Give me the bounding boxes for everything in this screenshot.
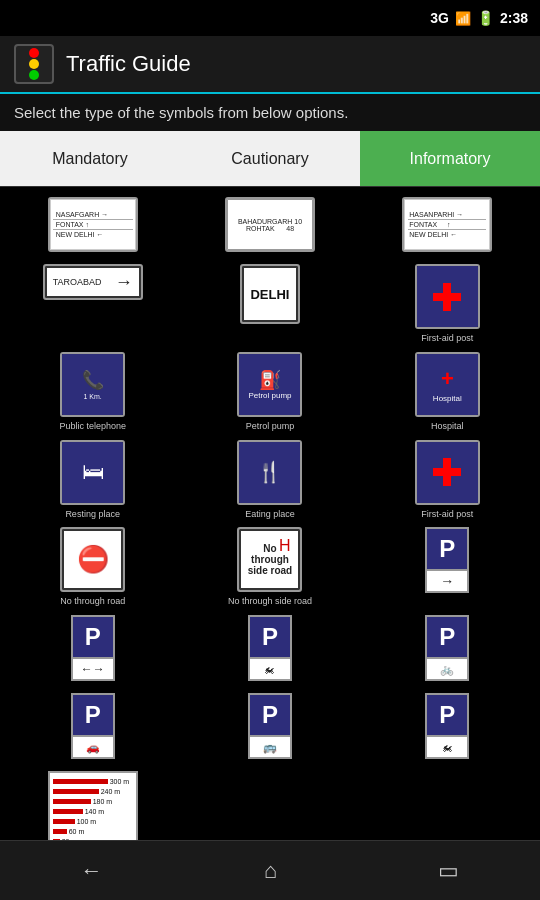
list-item[interactable]: BAHADURGARH 10 ROHTAK 48 [225, 197, 315, 256]
sign-label: First-aid post [421, 333, 473, 344]
list-item[interactable]: DELHI [240, 264, 300, 344]
sign-no-through[interactable]: ⛔ [60, 527, 125, 592]
parking-p-box-7: P [425, 693, 469, 737]
sign-eating[interactable]: 🍴 [237, 440, 302, 505]
battery-icon: 🔋 [477, 10, 494, 26]
sign-distance-chart[interactable]: 300 m 240 m 180 m 140 m 100 m 60 m 30 m [48, 771, 138, 841]
parking-moto3-sub: 🏍 [425, 737, 469, 759]
list-item[interactable]: P 🏍 [425, 693, 469, 763]
sign-hospital[interactable]: + Hospital [415, 352, 480, 417]
parking-p-box-3: P [248, 615, 292, 659]
sign-no-side-road[interactable]: No through side road H [237, 527, 302, 592]
sign-label: No through road [60, 596, 125, 607]
signal-type: 3G [430, 10, 449, 26]
traffic-yellow [29, 59, 39, 69]
sign-label: First-aid post [421, 509, 473, 520]
bottom-nav: ← ⌂ ▭ [0, 840, 540, 900]
parking-car-sub: 🚗 [71, 737, 115, 759]
list-item[interactable]: First-aid post [415, 440, 480, 520]
list-item[interactable]: P → [425, 527, 469, 607]
list-item[interactable]: P ←→ [71, 615, 115, 685]
parking-p-box: P [425, 527, 469, 571]
sign-parking-moto[interactable]: P ←→ [71, 615, 115, 681]
sign-label: No through side road [228, 596, 312, 607]
sign-bahadurgarh[interactable]: BAHADURGARH 10 ROHTAK 48 [225, 197, 315, 252]
parking-p-box-6: P [248, 693, 292, 737]
cross-icon-2 [433, 458, 461, 486]
home-button[interactable]: ⌂ [244, 850, 297, 892]
list-item[interactable]: 300 m 240 m 180 m 140 m 100 m 60 m 30 m [48, 771, 138, 841]
sign-label: Eating place [245, 509, 295, 520]
app-title: Traffic Guide [66, 51, 191, 77]
recent-button[interactable]: ▭ [418, 850, 479, 892]
tab-mandatory[interactable]: Mandatory [0, 131, 180, 186]
sign-multi-dir[interactable]: HASANPARHI → FONTAX ↑ NEW DELHI ← [402, 197, 492, 252]
list-item[interactable]: TAROABAD → [43, 264, 143, 344]
list-item[interactable]: 📞 1 Km. Public telephone [59, 352, 126, 432]
list-item[interactable]: HASANPARHI → FONTAX ↑ NEW DELHI ← [402, 197, 492, 256]
parking-p-box-4: P [425, 615, 469, 659]
sign-petrol[interactable]: ⛽ Petrol pump [237, 352, 302, 417]
sign-delhi[interactable]: DELHI [240, 264, 300, 324]
list-item[interactable]: First-aid post [415, 264, 480, 344]
list-item[interactable]: + Hospital Hospital [415, 352, 480, 432]
back-button[interactable]: ← [61, 850, 123, 892]
sign-label: Resting place [65, 509, 120, 520]
content-area: NASAFGARH → FONTAX ↑ NEW DELHI ← BAHADUR… [0, 187, 540, 841]
list-item[interactable]: 🍴 Eating place [237, 440, 302, 520]
sign-first-aid-1[interactable] [415, 264, 480, 329]
parking-cycle-sub: 🚲 [425, 659, 469, 681]
app-icon [14, 44, 54, 84]
signs-grid: NASAFGARH → FONTAX ↑ NEW DELHI ← BAHADUR… [6, 197, 534, 841]
sign-label: Hospital [431, 421, 464, 432]
parking-bus-sub: 🚌 [248, 737, 292, 759]
sign-parking-moto2[interactable]: P 🏍 [248, 615, 292, 681]
sign-resting[interactable]: 🛏 [60, 440, 125, 505]
parking-p-box-5: P [71, 693, 115, 737]
sign-parking-cycle[interactable]: P 🚲 [425, 615, 469, 681]
parking-p-box-2: P [71, 615, 115, 659]
sign-direction-multi[interactable]: NASAFGARH → FONTAX ↑ NEW DELHI ← [48, 197, 138, 252]
signal-bars-icon: 📶 [455, 11, 471, 26]
sign-label: Public telephone [59, 421, 126, 432]
sign-parking-bus[interactable]: P 🚌 [248, 693, 292, 759]
cross-icon [433, 283, 461, 311]
list-item[interactable]: P 🚲 [425, 615, 469, 685]
sign-taroabad[interactable]: TAROABAD → [43, 264, 143, 300]
sign-label: Petrol pump [246, 421, 295, 432]
tab-cautionary[interactable]: Cautionary [180, 131, 360, 186]
tab-informatory[interactable]: Informatory [360, 131, 540, 186]
sign-parking-moto3[interactable]: P 🏍 [425, 693, 469, 759]
sign-parking-car[interactable]: P 🚗 [71, 693, 115, 759]
list-item[interactable]: No through side road H No through side r… [228, 527, 312, 607]
list-item[interactable]: ⛽ Petrol pump Petrol pump [237, 352, 302, 432]
subtitle: Select the type of the symbols from belo… [0, 94, 540, 131]
status-icons: 3G 📶 🔋 2:38 [430, 10, 528, 26]
sign-parking-right[interactable]: P → [425, 527, 469, 593]
parking-moto2-sub: 🏍 [248, 659, 292, 681]
list-item[interactable]: 🛏 Resting place [60, 440, 125, 520]
list-item[interactable]: ⛔ No through road [60, 527, 125, 607]
list-item[interactable]: P 🏍 [248, 615, 292, 685]
list-item[interactable]: NASAFGARH → FONTAX ↑ NEW DELHI ← [48, 197, 138, 256]
tab-row: Mandatory Cautionary Informatory [0, 131, 540, 187]
traffic-red [29, 48, 39, 58]
list-item[interactable]: P 🚗 [71, 693, 115, 763]
sign-telephone[interactable]: 📞 1 Km. [60, 352, 125, 417]
sign-first-aid-2[interactable] [415, 440, 480, 505]
parking-moto-sub: ←→ [71, 659, 115, 681]
status-bar: 3G 📶 🔋 2:38 [0, 0, 540, 36]
parking-arrow: → [425, 571, 469, 593]
list-item[interactable]: P 🚌 [248, 693, 292, 763]
clock: 2:38 [500, 10, 528, 26]
app-bar: Traffic Guide [0, 36, 540, 94]
traffic-green [29, 70, 39, 80]
